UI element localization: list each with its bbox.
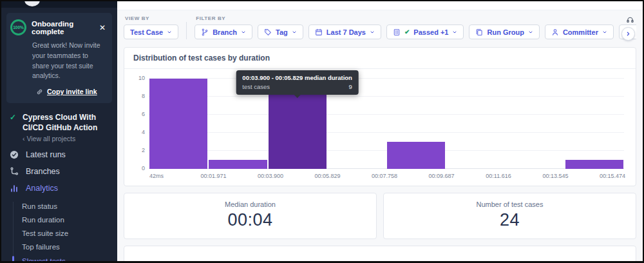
filter-label: Passed +1 xyxy=(413,28,448,36)
close-icon[interactable]: ✕ xyxy=(98,23,107,32)
git-branch-icon xyxy=(201,28,209,36)
project-name: Cypress Cloud With CI/CD GitHub Action xyxy=(23,113,111,133)
calendar-icon xyxy=(315,28,323,36)
view-all-projects-link[interactable]: ‹ View all projects xyxy=(23,135,111,142)
view-by-dropdown[interactable]: Test Case xyxy=(124,24,178,39)
y-axis-tick-label: 6 xyxy=(131,111,145,117)
chevron-down-icon xyxy=(370,30,375,35)
progress-value: 100% xyxy=(13,25,24,30)
branch-icon xyxy=(10,167,19,176)
filter-label: Last 7 Days xyxy=(327,28,366,36)
tooltip-title: 00:03.900 - 00:05.829 median duration xyxy=(242,74,352,81)
sidebar: 100% Onboarding complete ✕ Great work! N… xyxy=(1,1,117,261)
scroll-filters-right-button[interactable] xyxy=(621,27,635,41)
chevron-down-icon xyxy=(167,30,172,35)
histogram-bar[interactable] xyxy=(565,160,623,169)
gridline xyxy=(149,114,624,115)
sidebar-item-slowest-tests[interactable]: Slowest tests xyxy=(22,254,117,261)
stat-label: Median duration xyxy=(124,200,376,208)
x-axis-tick-label: 00:11.616 xyxy=(486,173,511,179)
y-axis-tick-label: 4 xyxy=(131,129,145,135)
tag-filter-dropdown[interactable]: Tag xyxy=(258,24,303,39)
passed-check-icon: ✔ xyxy=(404,28,410,35)
chevron-down-icon xyxy=(602,30,607,35)
chevron-right-icon xyxy=(625,31,631,37)
sidebar-item-label: Analytics xyxy=(26,184,58,193)
chart-x-axis-labels: 42ms00:01.97100:03.90000:05.82900:07.758… xyxy=(156,173,612,182)
top-strip xyxy=(117,1,643,10)
view-by-label: VIEW BY xyxy=(125,15,178,21)
x-axis-tick-label: 00:05.829 xyxy=(314,173,340,179)
sidebar-item-run-status[interactable]: Run status xyxy=(22,199,117,213)
avatar xyxy=(24,1,40,6)
stat-cards-row: Median duration 00:04 Number of test cas… xyxy=(124,193,636,239)
x-axis-tick-label: 00:01.971 xyxy=(200,173,226,179)
main-content: VIEW BY Test Case FILTER BY Branch xyxy=(117,1,643,261)
filter-label: Tag xyxy=(276,28,288,36)
status-filter-dropdown[interactable]: ✔ Passed +1 xyxy=(386,24,464,39)
run-group-icon xyxy=(475,28,483,36)
sidebar-nav: Latest runs Branches Analytics Run statu… xyxy=(1,146,117,261)
gridline xyxy=(149,96,624,97)
sidebar-item-test-suite-size[interactable]: Test suite size xyxy=(22,227,117,240)
chevron-down-icon xyxy=(452,30,457,35)
copy-invite-link-label: Copy invite link xyxy=(47,88,97,95)
filter-by-label: FILTER BY xyxy=(196,15,636,21)
y-axis-tick-label: 10 xyxy=(131,75,145,81)
histogram-bar[interactable] xyxy=(269,88,327,169)
link-icon xyxy=(36,88,43,95)
view-by-group: VIEW BY Test Case xyxy=(124,14,178,39)
chart-title: Distribution of test cases by duration xyxy=(124,48,636,69)
x-axis-tick-label: 00:09.687 xyxy=(428,173,454,179)
histogram-bar[interactable] xyxy=(149,79,207,169)
gridline xyxy=(149,150,624,151)
analytics-sublist: Run status Run duration Test suite size … xyxy=(1,199,117,261)
status-list-icon xyxy=(393,28,401,36)
sidebar-item-top-failures[interactable]: Top failures xyxy=(22,240,117,254)
filter-label: Run Group xyxy=(487,28,524,36)
sidebar-item-run-duration[interactable]: Run duration xyxy=(22,213,117,226)
onboarding-body: Great work! Now invite your teammates to… xyxy=(32,41,106,81)
median-duration-card: Median duration 00:04 xyxy=(124,193,377,239)
filter-buttons-row: Branch Tag Last 7 Days xyxy=(194,24,636,39)
sidebar-item-latest-runs[interactable]: Latest runs xyxy=(1,146,117,163)
duration-distribution-card: Distribution of test cases by duration 0… xyxy=(124,47,636,186)
project-selector[interactable]: ✓ Cypress Cloud With CI/CD GitHub Action… xyxy=(10,113,111,142)
filter-label: Branch xyxy=(213,28,237,36)
filter-divider xyxy=(186,22,187,39)
date-range-filter-dropdown[interactable]: Last 7 Days xyxy=(308,24,381,39)
sidebar-item-branches[interactable]: Branches xyxy=(1,163,117,180)
committer-filter-dropdown[interactable]: Committer xyxy=(545,24,614,39)
x-axis-tick-label: 00:07.758 xyxy=(372,173,397,179)
branch-filter-dropdown[interactable]: Branch xyxy=(194,24,252,39)
sidebar-top-strip xyxy=(1,1,117,8)
filter-label: Committer xyxy=(563,28,598,36)
stat-label: Number of test cases xyxy=(384,200,636,208)
chart-tooltip: 00:03.900 - 00:05.829 median duration te… xyxy=(236,70,359,95)
project-check-icon: ✓ xyxy=(10,113,16,142)
copy-invite-link[interactable]: Copy invite link xyxy=(36,88,107,95)
filter-by-group: FILTER BY Branch Tag Last 7 Days xyxy=(194,14,636,39)
gridline xyxy=(149,132,624,133)
y-axis-tick-label: 2 xyxy=(131,147,145,153)
progress-ring: 100% xyxy=(10,19,26,35)
filter-bar: VIEW BY Test Case FILTER BY Branch xyxy=(124,14,636,39)
histogram-bar[interactable] xyxy=(209,160,267,169)
chevron-down-icon xyxy=(528,30,533,35)
x-axis-tick-label: 00:03.900 xyxy=(258,173,283,179)
stat-value: 24 xyxy=(384,210,636,230)
run-group-filter-dropdown[interactable]: Run Group xyxy=(469,24,539,39)
next-section-card-partial xyxy=(124,246,636,261)
chevron-down-icon xyxy=(292,30,297,35)
tag-icon xyxy=(264,28,272,36)
chart-plot: 00:03.900 - 00:05.829 median duration te… xyxy=(149,79,624,169)
app-window: 100% Onboarding complete ✕ Great work! N… xyxy=(0,0,644,263)
test-case-count-card: Number of test cases 24 xyxy=(383,193,636,239)
histogram-bar[interactable] xyxy=(387,142,445,169)
x-axis-tick-label: 00:15.474 xyxy=(600,173,625,179)
sidebar-item-analytics[interactable]: Analytics xyxy=(1,180,117,197)
view-by-value: Test Case xyxy=(130,28,163,36)
stat-value: 00:04 xyxy=(124,210,376,230)
gridline xyxy=(149,78,624,79)
y-axis-tick-label: 8 xyxy=(131,93,145,99)
